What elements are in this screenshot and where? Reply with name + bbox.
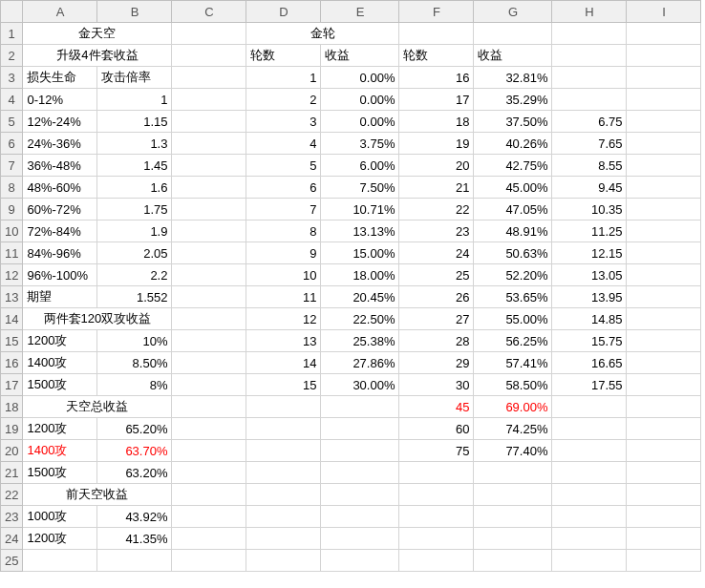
- row-header[interactable]: 19: [1, 418, 23, 440]
- cell[interactable]: 6.00%: [321, 155, 399, 177]
- cell[interactable]: 1.15: [97, 111, 172, 133]
- cell[interactable]: 1200攻: [23, 418, 97, 440]
- cell[interactable]: [552, 396, 627, 418]
- cell[interactable]: [246, 418, 321, 440]
- cell[interactable]: 30: [399, 374, 474, 396]
- cell[interactable]: 7.50%: [321, 177, 399, 199]
- row-header[interactable]: 6: [1, 133, 23, 155]
- cell[interactable]: 13.13%: [321, 220, 399, 242]
- cell[interactable]: [627, 286, 701, 308]
- row-header[interactable]: 7: [1, 155, 23, 177]
- cell[interactable]: [172, 396, 246, 418]
- cell[interactable]: 8.50%: [97, 352, 172, 374]
- cell[interactable]: 1500攻: [23, 462, 97, 484]
- row-header[interactable]: 8: [1, 177, 23, 199]
- cell[interactable]: [474, 550, 552, 572]
- cell[interactable]: 10%: [97, 330, 172, 352]
- cell[interactable]: 63.70%: [97, 440, 172, 462]
- cell[interactable]: 7: [246, 199, 321, 220]
- cell[interactable]: 两件套120双攻收益: [23, 308, 172, 330]
- cell[interactable]: [321, 484, 399, 506]
- cell[interactable]: [321, 550, 399, 572]
- cell[interactable]: 13: [246, 330, 321, 352]
- cell[interactable]: 期望: [23, 286, 97, 308]
- row-header[interactable]: 18: [1, 396, 23, 418]
- cell[interactable]: 7.65: [552, 133, 627, 155]
- select-all-corner[interactable]: [1, 1, 23, 23]
- cell[interactable]: 6: [246, 177, 321, 199]
- cell[interactable]: [246, 396, 321, 418]
- row-header[interactable]: 1: [1, 23, 23, 45]
- cell[interactable]: 50.63%: [474, 242, 552, 264]
- cell[interactable]: [321, 506, 399, 528]
- cell[interactable]: [172, 418, 246, 440]
- cell[interactable]: 22.50%: [321, 308, 399, 330]
- cell[interactable]: [172, 352, 246, 374]
- cell[interactable]: 29: [399, 352, 474, 374]
- cell[interactable]: [172, 374, 246, 396]
- cell[interactable]: 84%-96%: [23, 242, 97, 264]
- cell[interactable]: 52.20%: [474, 264, 552, 286]
- cell[interactable]: [172, 45, 246, 67]
- cell[interactable]: 10.71%: [321, 199, 399, 220]
- cell[interactable]: [172, 220, 246, 242]
- cell[interactable]: 1.3: [97, 133, 172, 155]
- cell[interactable]: [246, 462, 321, 484]
- row-header[interactable]: 13: [1, 286, 23, 308]
- cell[interactable]: 2: [246, 89, 321, 111]
- cell[interactable]: 16: [399, 67, 474, 89]
- cell[interactable]: 32.81%: [474, 67, 552, 89]
- cell[interactable]: [627, 308, 701, 330]
- cell[interactable]: [627, 199, 701, 220]
- cell[interactable]: 9: [246, 242, 321, 264]
- cell[interactable]: 45.00%: [474, 177, 552, 199]
- cell[interactable]: [627, 89, 701, 111]
- cell[interactable]: 45: [399, 396, 474, 418]
- cell[interactable]: 63.20%: [97, 462, 172, 484]
- cell[interactable]: 48.91%: [474, 220, 552, 242]
- row-header[interactable]: 21: [1, 462, 23, 484]
- row-header[interactable]: 24: [1, 528, 23, 550]
- cell[interactable]: [172, 462, 246, 484]
- cell[interactable]: 1.75: [97, 199, 172, 220]
- cell[interactable]: 35.29%: [474, 89, 552, 111]
- cell[interactable]: 14: [246, 352, 321, 374]
- cell[interactable]: [627, 330, 701, 352]
- row-header[interactable]: 25: [1, 550, 23, 572]
- col-header-F[interactable]: F: [399, 1, 474, 23]
- cell[interactable]: [246, 440, 321, 462]
- cell[interactable]: [246, 550, 321, 572]
- cell[interactable]: [627, 440, 701, 462]
- cell[interactable]: [399, 550, 474, 572]
- cell[interactable]: [172, 67, 246, 89]
- cell[interactable]: [627, 418, 701, 440]
- cell[interactable]: 10.35: [552, 199, 627, 220]
- cell[interactable]: [627, 242, 701, 264]
- cell[interactable]: 0.00%: [321, 111, 399, 133]
- cell[interactable]: [627, 484, 701, 506]
- cell[interactable]: [321, 396, 399, 418]
- cell[interactable]: 23: [399, 220, 474, 242]
- cell[interactable]: [627, 396, 701, 418]
- row-header[interactable]: 4: [1, 89, 23, 111]
- cell[interactable]: 65.20%: [97, 418, 172, 440]
- cell[interactable]: 16.65: [552, 352, 627, 374]
- col-header-H[interactable]: H: [552, 1, 627, 23]
- cell[interactable]: 1400攻: [23, 352, 97, 374]
- cell[interactable]: 13.05: [552, 264, 627, 286]
- cell[interactable]: 24: [399, 242, 474, 264]
- cell[interactable]: 37.50%: [474, 111, 552, 133]
- cell[interactable]: 天空总收益: [23, 396, 172, 418]
- row-header[interactable]: 20: [1, 440, 23, 462]
- cell[interactable]: 18.00%: [321, 264, 399, 286]
- cell[interactable]: [474, 528, 552, 550]
- cell[interactable]: 8.55: [552, 155, 627, 177]
- cell[interactable]: [172, 330, 246, 352]
- cell[interactable]: 27: [399, 308, 474, 330]
- cell[interactable]: 25.38%: [321, 330, 399, 352]
- cell[interactable]: 22: [399, 199, 474, 220]
- cell[interactable]: 96%-100%: [23, 264, 97, 286]
- cell[interactable]: 2.2: [97, 264, 172, 286]
- cell[interactable]: 25: [399, 264, 474, 286]
- cell[interactable]: 77.40%: [474, 440, 552, 462]
